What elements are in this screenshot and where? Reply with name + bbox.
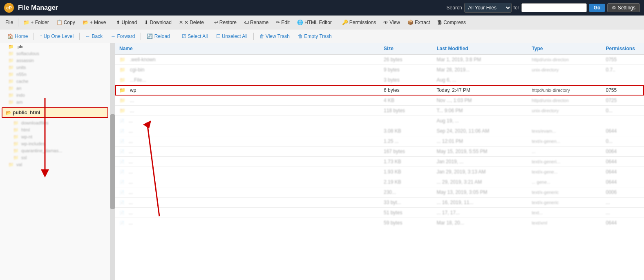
sidebar-item-pki[interactable]: 📁 .pki <box>0 43 110 50</box>
file-type: text/x-gene... <box>528 167 602 177</box>
sidebar-item-softaculous[interactable]: 📁 softaculous <box>0 50 110 57</box>
sidebar-item-quarantine[interactable]: 📁 quarantine_damas... <box>0 147 110 154</box>
sidebar-item-public-html[interactable]: 📂 public_html <box>2 107 108 118</box>
table-row[interactable]: 📄 ... 51 bytes ... 17, 17... text... ... <box>115 208 644 218</box>
sidebar-item-assassin[interactable]: 📁 assassin <box>0 57 110 64</box>
copy-button[interactable]: 📋 Copy <box>53 18 78 27</box>
file-size: 1.73 KB <box>380 157 432 167</box>
permissions-header[interactable]: Permissions <box>602 43 644 54</box>
table-row[interactable]: 📄 ... 1.93 KB Jan 29, 2019, 3:13 AM text… <box>115 167 644 177</box>
file-size: 6 bytes <box>380 85 432 96</box>
empty-trash-button[interactable]: 🗑 Empty Trash <box>295 32 335 40</box>
up-one-level-button[interactable]: ↑ Up One Level <box>36 32 77 40</box>
table-row[interactable]: 📄 ... 1.73 KB Jan 2019, ... text/x-gener… <box>115 157 644 167</box>
sidebar-item-wp-nt[interactable]: 📁 wp-nt <box>0 133 110 140</box>
folder-icon: 📁 <box>119 57 125 62</box>
file-type <box>528 75 602 85</box>
sidebar-scrollbar[interactable] <box>110 43 115 280</box>
permissions-button[interactable]: 🔑 Permissions <box>339 18 379 27</box>
table-row[interactable]: 📄 ... 59 bytes Mar 18, 20... text/xml 06… <box>115 218 644 228</box>
download-button[interactable]: ⬇ Download <box>141 18 174 27</box>
restore-label: Restore <box>219 20 237 25</box>
permissions-label: Permissions <box>349 20 376 25</box>
rename-icon: 🏷 <box>244 20 249 25</box>
size-header[interactable]: Size <box>380 43 432 54</box>
name-header[interactable]: Name <box>115 43 380 54</box>
file-modified: Today, 2:47 PM <box>432 85 528 96</box>
table-row[interactable]: 📁 wp 6 bytes Today, 2:47 PM httpd/unix-d… <box>115 85 644 96</box>
forward-button[interactable]: → Forward <box>107 32 138 40</box>
unselect-all-button[interactable]: ☐ Unselect All <box>213 32 251 40</box>
table-row[interactable]: 📁 .well-known 26 bytes Mar 1, 2019, 3:8 … <box>115 54 644 65</box>
settings-button[interactable]: ⚙ Settings <box>607 3 640 12</box>
view-button[interactable]: 👁 View <box>380 18 403 27</box>
html-editor-button[interactable]: 🌐 HTML Editor <box>294 18 335 27</box>
sidebar-item-downloadfiles[interactable]: 📁 downloadfiles <box>0 120 110 127</box>
file-size: 33 byt... <box>380 198 432 208</box>
last-modified-header[interactable]: Last Modified <box>432 43 528 54</box>
file-icon: 📄 <box>119 190 124 195</box>
sidebar-item-ssl[interactable]: 📁 ssl <box>0 154 110 161</box>
table-row[interactable]: 📄 ... 1.25 ... ... 12:01 PM text/x-genen… <box>115 136 644 147</box>
home-button[interactable]: 🏠 Home <box>4 32 31 40</box>
table-row[interactable]: 📄 ... 230... May 13, 2019, 3:05 PM text/… <box>115 187 644 198</box>
file-menu-button[interactable]: File <box>2 18 16 27</box>
cpanel-logo: cP <box>4 3 14 13</box>
file-size: 2.19 KB <box>380 177 432 187</box>
sidebar-item-val[interactable]: 📁 val <box>0 161 110 168</box>
main-layout: 📁 .pki 📁 softaculous 📁 assassin 📁 units … <box>0 43 644 280</box>
folder-icon: 📁 <box>13 155 19 160</box>
edit-button[interactable]: ✏ Edit <box>273 18 293 27</box>
table-row[interactable]: 📁 ... 4 KB Nov ..., 1:03 PM httpd/unix-d… <box>115 96 644 106</box>
new-folder-button[interactable]: 📁 + Folder <box>20 18 52 27</box>
view-trash-button[interactable]: 🗑 View Trash <box>256 32 293 40</box>
sidebar-item-n55n[interactable]: 📁 n55n <box>0 71 110 78</box>
folder-icon: 📁 <box>119 77 125 83</box>
table-row[interactable]: 📄 ... 3.08 KB Sep 24, 2020, 11:06 AM tex… <box>115 126 644 136</box>
move-button[interactable]: 📂 + Move <box>79 18 110 27</box>
search-input[interactable] <box>521 3 587 12</box>
file-modified: Aug 6, ... <box>432 75 528 85</box>
reload-button[interactable]: 🔄 Reload <box>143 32 173 40</box>
select-all-button[interactable]: ☑ Select All <box>179 32 211 40</box>
upload-label: Upload <box>121 20 137 25</box>
table-row[interactable]: 📄 ... Aug 19, ... <box>115 116 644 126</box>
file-size: 1.25 ... <box>380 136 432 147</box>
table-row[interactable]: 📁 ... 118 bytes T... 9:06 PM unix-direct… <box>115 106 644 116</box>
file-name-cell: 📄 ... <box>115 218 380 228</box>
extract-button[interactable]: 📦 Extract <box>404 18 433 27</box>
folder-icon: 📁 <box>8 162 14 167</box>
sidebar-item-indo[interactable]: 📁 indo <box>0 92 110 99</box>
sidebar-item-cache[interactable]: 📁 cache <box>0 78 110 85</box>
sidebar-item-an[interactable]: 📁 an <box>0 85 110 92</box>
table-row[interactable]: 📄 ... 2.19 KB ... 29, 2019, 3:21 AM ... … <box>115 177 644 187</box>
type-header[interactable]: Type <box>528 43 602 54</box>
file-name: ... <box>129 179 133 185</box>
file-size: 26 bytes <box>380 54 432 65</box>
file-name: ... <box>129 128 133 134</box>
search-scope-select[interactable]: All Your Files Public HTML Home Director… <box>464 3 512 13</box>
table-row[interactable]: 📁 cgi-bin 9 bytes Mar 28, 2019... unix-d… <box>115 65 644 75</box>
table-row[interactable]: 📄 ... 33 byt... ... 16, 2019, 11... text… <box>115 198 644 208</box>
table-row[interactable]: 📄 ... 167 bytes May 15, 2019, 5:55 PM ..… <box>115 147 644 157</box>
file-type: text... <box>528 208 602 218</box>
delete-button[interactable]: ✕ ✕ Delete <box>176 18 207 27</box>
file-size: 51 bytes <box>380 208 432 218</box>
sidebar-item-wp-includes[interactable]: 📁 wp-includes <box>0 140 110 147</box>
rename-button[interactable]: 🏷 Rename <box>241 18 272 27</box>
sidebar-item-units[interactable]: 📁 units <box>0 64 110 71</box>
restore-button[interactable]: ↩ Restore <box>211 18 240 27</box>
file-name-cell: 📄 ... <box>115 116 380 126</box>
go-button[interactable]: Go <box>589 4 606 12</box>
file-modified: May 15, 2019, 5:55 PM <box>432 147 528 157</box>
back-button[interactable]: ← Back <box>82 32 106 40</box>
compress-button[interactable]: 🗜 Compress <box>434 18 469 27</box>
sidebar-item-html[interactable]: 📁 html <box>0 127 110 133</box>
file-name-cell: 📄 ... <box>115 167 380 177</box>
file-icon: 📄 <box>119 139 124 144</box>
file-size: 3.08 KB <box>380 126 432 136</box>
upload-button[interactable]: ⬆ Upload <box>113 18 140 27</box>
copy-icon: 📋 <box>56 20 63 25</box>
table-row[interactable]: 📁 ...File... 3 bytes Aug 6, ... <box>115 75 644 85</box>
sidebar-item-am[interactable]: 📁 am <box>0 99 110 106</box>
